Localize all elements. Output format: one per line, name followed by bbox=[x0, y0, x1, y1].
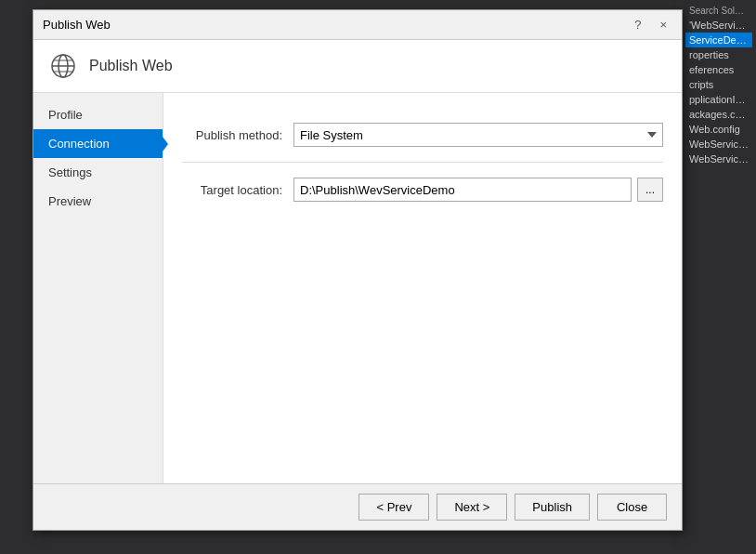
dialog-titlebar: Publish Web ? × bbox=[33, 10, 682, 40]
publish-method-label: Publish method: bbox=[182, 128, 293, 142]
browse-button[interactable]: ... bbox=[637, 178, 663, 202]
dialog-title-text: Publish Web bbox=[43, 18, 111, 32]
sidebar-item-connection[interactable]: Connection bbox=[33, 129, 163, 158]
globe-icon bbox=[48, 51, 78, 81]
close-dialog-button[interactable]: × bbox=[654, 17, 672, 33]
publish-button[interactable]: Publish bbox=[515, 494, 590, 521]
dialog-header: Publish Web bbox=[33, 40, 682, 93]
sidebar-item-preview[interactable]: Preview bbox=[33, 187, 163, 216]
dialog-header-title: Publish Web bbox=[89, 58, 173, 74]
dialog-footer: < Prev Next > Publish Close bbox=[33, 483, 682, 530]
dialog-body: Profile Connection Settings Preview Publ… bbox=[33, 93, 682, 483]
close-button[interactable]: Close bbox=[597, 494, 667, 521]
publish-method-row: Publish method: File System FTP Web Depl… bbox=[182, 123, 663, 147]
sidebar-item-settings[interactable]: Settings bbox=[33, 158, 163, 187]
publish-method-control: File System FTP Web Deploy Web Deploy Pa… bbox=[293, 123, 663, 147]
prev-button[interactable]: < Prev bbox=[358, 494, 429, 521]
separator bbox=[182, 162, 663, 163]
target-location-label: Target location: bbox=[182, 183, 293, 197]
main-content: Publish method: File System FTP Web Depl… bbox=[163, 93, 682, 483]
publish-method-dropdown[interactable]: File System FTP Web Deploy Web Deploy Pa… bbox=[293, 123, 663, 147]
target-location-input[interactable] bbox=[293, 178, 632, 202]
next-button[interactable]: Next > bbox=[437, 494, 507, 521]
dialog-title-left: Publish Web bbox=[43, 18, 111, 32]
sidebar-item-profile[interactable]: Profile bbox=[33, 100, 163, 129]
sidebar: Profile Connection Settings Preview bbox=[33, 93, 163, 483]
help-button[interactable]: ? bbox=[629, 17, 646, 33]
publish-web-dialog: Publish Web ? × Publish Web bbox=[33, 9, 683, 531]
titlebar-actions: ? × bbox=[629, 17, 672, 33]
target-location-control: ... bbox=[293, 178, 663, 202]
target-location-row: Target location: ... bbox=[182, 178, 663, 202]
